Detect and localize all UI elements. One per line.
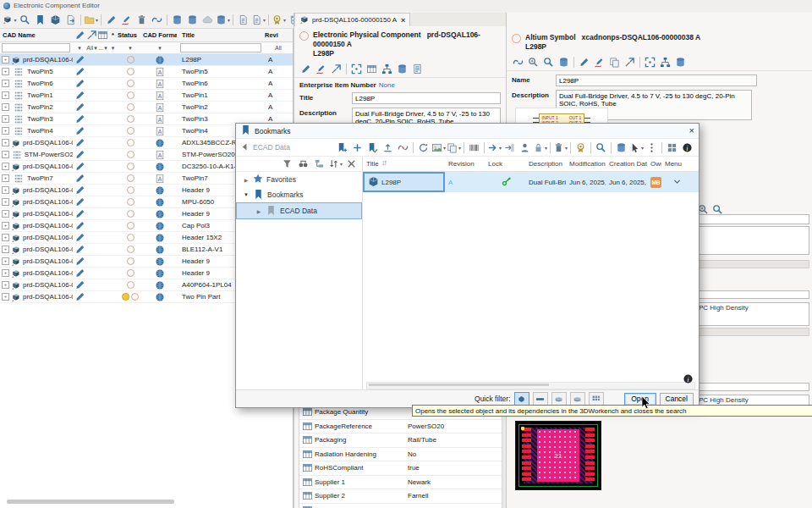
expand-toggle[interactable]: + [2,222,9,229]
search-icon[interactable] [18,13,32,26]
info-icon[interactable]: i [683,373,694,386]
pencil-icon[interactable] [299,62,313,75]
col-table-icon[interactable] [97,29,108,41]
property-row[interactable]: Supplier 2Farnell [299,489,502,504]
edit-pencil-cell[interactable] [73,268,86,279]
refresh-icon[interactable] [416,141,431,154]
doc-export-icon[interactable] [63,13,78,26]
cancel-button[interactable]: Cancel [660,393,694,406]
search-icon[interactable] [594,141,608,154]
edit-pencil-cell[interactable] [73,161,86,172]
expand-toggle[interactable]: + [2,210,9,218]
quick-filter-disk1-button[interactable] [551,392,567,406]
breadcrumb[interactable]: ECAD Data [240,142,290,153]
col-description[interactable]: Description [525,160,566,168]
tree-item-ecad-data[interactable]: ▶ ECAD Data [236,202,362,219]
edit-pencil-cell[interactable] [73,90,86,101]
name-field-input[interactable] [556,75,757,86]
expand-toggle[interactable]: + [2,198,9,206]
expand-toggle[interactable]: + [2,80,9,87]
col-cad-format[interactable]: CAD Format [143,29,177,41]
expand-toggle[interactable]: + [2,91,9,99]
expand-toggle[interactable]: + [2,151,9,158]
edit-pencil-cell[interactable] [73,185,86,196]
bookmark-table-horizontal-scrollbar[interactable] [366,382,695,389]
table-row[interactable]: +TwoPin6ATwoPin6A [0,78,293,90]
property-row[interactable]: PackagingRail/Tube [299,433,502,448]
tab-component[interactable]: prd-DSQAL106-00000150 A × [294,13,410,26]
db-copy-icon[interactable] [395,62,409,75]
title-field-input[interactable] [352,92,501,104]
side-textarea-1[interactable] [696,226,809,255]
plus-icon[interactable] [350,141,365,154]
edit-pencil-cell[interactable] [73,66,86,77]
expand-toggle[interactable]: + [2,68,9,75]
flow-icon[interactable] [380,62,394,75]
property-row[interactable]: PackageReferencePowerSO20 [299,420,502,434]
bookmark-check-icon[interactable] [365,141,380,154]
import-icon[interactable] [502,141,517,154]
expand-toggle[interactable]: + [2,127,9,135]
expand-toggle[interactable]: + [2,103,9,111]
link-icon[interactable] [511,55,525,69]
edit-pencil-cell[interactable] [73,244,86,255]
image-icon[interactable]: ▾ [431,141,446,154]
expand-toggle[interactable]: + [2,139,9,146]
doc-gear-icon[interactable]: ▾ [251,13,266,26]
info-icon[interactable]: i [680,141,694,154]
copy-icon[interactable]: ▾ [447,141,461,154]
tree-collapse-icon[interactable] [312,157,326,171]
col-owner[interactable]: Own [647,160,661,168]
upload-icon[interactable] [381,141,395,154]
lock-icon[interactable]: ▾ [533,141,547,154]
side-input-3[interactable] [696,383,809,391]
edit-pencil-cell[interactable] [73,149,86,160]
col-tool-icon[interactable] [86,29,97,41]
quick-filter-grid-button[interactable] [589,392,604,406]
approve-icon[interactable]: ▾ [272,13,286,26]
copy-icon[interactable] [607,55,622,69]
col-lock[interactable]: Lock [485,160,525,168]
pointer-icon[interactable]: ▾ [629,141,644,154]
cube-icon[interactable] [48,13,63,26]
expand-icon[interactable] [643,55,657,69]
footprint-preview[interactable]: 21 [515,421,601,490]
table-row[interactable]: +TwoPin5ATwoPin5A [0,66,293,78]
tree-item-favorites[interactable]: ▶ Favorites [236,172,362,187]
edit-pencil-cell[interactable] [73,291,86,302]
pencil-icon[interactable] [577,55,591,69]
bookmark-plus-icon[interactable] [335,141,349,154]
quick-filter-disk2-button[interactable] [570,392,585,406]
property-row[interactable]: Radiation HardeningNo [299,448,502,462]
expand-toggle[interactable]: + [2,246,9,253]
col-revision[interactable]: Revision [445,160,485,168]
table-row[interactable]: +TwoPin2ATwoPin2A [0,102,293,113]
status-filter-select[interactable]: ▾ [118,45,143,52]
result-title-cell[interactable]: L298P [363,172,445,192]
dots-icon[interactable] [645,141,659,154]
flow-icon[interactable] [658,55,672,69]
col-title[interactable]: Title [363,159,445,168]
edit-pencil-cell[interactable] [73,220,86,231]
property-row[interactable]: RoHSComplianttrue [299,461,502,476]
cloud-icon[interactable] [200,13,215,26]
quick-filter-3d-button[interactable] [514,392,529,406]
expand-toggle[interactable]: + [2,257,9,265]
bookmark-result-row[interactable]: L298P A Dual Full-Brid... Jun 6, 2025, 7… [363,172,699,192]
signature-icon[interactable] [592,55,606,69]
title-filter-input[interactable] [180,43,261,52]
edit-pencil-cell[interactable] [73,256,86,267]
edit-pencil-cell[interactable] [73,113,86,124]
all-filter-select[interactable]: All▾ [86,45,97,52]
link-break-icon[interactable] [396,141,410,154]
side-textarea-2[interactable]: PC High Density [696,302,809,326]
person-icon[interactable] [518,141,532,154]
trash-icon[interactable]: ▾ [553,141,568,154]
expand-toggle[interactable]: + [2,186,9,194]
link-icon[interactable] [150,13,164,26]
pencil-icon[interactable] [104,13,118,26]
trash-icon[interactable] [134,13,149,26]
tab-close-icon[interactable]: × [401,16,405,25]
revision-filter-select[interactable]: All [265,45,292,51]
expand-icon[interactable] [349,62,364,75]
